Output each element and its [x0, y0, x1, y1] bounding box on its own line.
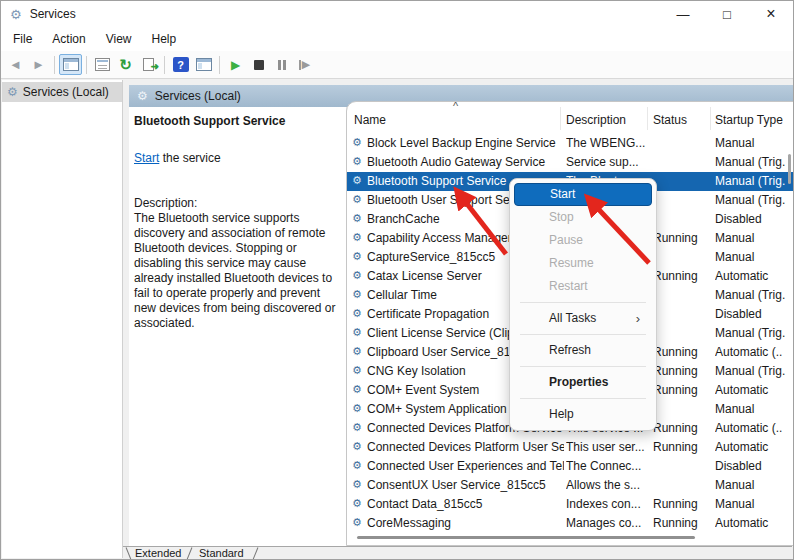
service-row[interactable]: ⚙Block Level Backup Engine ServiceThe WB… [347, 134, 793, 153]
service-row[interactable]: ⚙ConsentUX User Service_815cc5Allows the… [347, 476, 793, 495]
minimize-button[interactable]: — [661, 1, 705, 27]
help-button[interactable]: ? [169, 54, 192, 75]
cell-start: Manual (Trig. [715, 155, 793, 169]
cell-start: Manual [715, 250, 793, 264]
standard-view-button[interactable] [192, 54, 215, 75]
tab-extended[interactable]: Extended [135, 547, 181, 559]
cell-desc: Indexes con... [566, 497, 651, 511]
export-list-button[interactable]: ➜ [137, 54, 160, 75]
forward-icon: ► [32, 57, 45, 72]
column-header-name[interactable]: Name [354, 113, 386, 127]
service-gear-icon: ⚙ [352, 231, 362, 244]
service-row[interactable]: ⚙CoreMessagingManages co...RunningAutoma… [347, 514, 793, 533]
stop-service-button[interactable] [247, 54, 270, 75]
submenu-chevron-icon: › [636, 307, 640, 330]
menu-action[interactable]: Action [42, 29, 95, 49]
tab-edge [253, 547, 259, 559]
service-gear-icon: ⚙ [352, 326, 362, 339]
cell-name: CoreMessaging [367, 516, 564, 530]
tab-standard[interactable]: Standard [199, 547, 244, 559]
close-icon: × [766, 5, 775, 23]
pause-service-button[interactable] [270, 54, 293, 75]
menu-file[interactable]: File [3, 29, 42, 49]
menu-item-stop: Stop [514, 206, 652, 229]
cell-status: Running [653, 421, 711, 435]
description-label: Description: [134, 196, 342, 210]
column-divider [647, 107, 648, 130]
cell-desc: Manages co... [566, 516, 651, 530]
toolbar-separator [86, 56, 87, 74]
column-header-description[interactable]: Description [566, 113, 626, 127]
tree-item-services-local[interactable]: ⚙ Services (Local) [2, 82, 122, 102]
cell-start: Automatic (.. [715, 345, 793, 359]
cell-desc: Allows the s... [566, 478, 651, 492]
column-header-startup-type[interactable]: Startup Type [715, 113, 783, 127]
refresh-button[interactable]: ↻ [114, 54, 137, 75]
menu-item-help[interactable]: Help [514, 403, 652, 426]
cell-start: Automatic (.. [715, 421, 793, 435]
service-row[interactable]: ⚙Connected User Experiences and Tel...Th… [347, 457, 793, 476]
back-button[interactable]: ◄ [4, 54, 27, 75]
menu-item-all-tasks[interactable]: All Tasks› [514, 307, 652, 330]
cell-desc: The WBENG... [566, 136, 651, 150]
vertical-scrollbar[interactable] [788, 154, 791, 184]
service-gear-icon: ⚙ [352, 421, 362, 434]
cell-status: Running [653, 516, 711, 530]
service-gear-icon: ⚙ [352, 440, 362, 453]
column-header-status[interactable]: Status [653, 113, 687, 127]
cell-desc: This user ser... [566, 440, 651, 454]
toolbar: ◄ ► ↻ ➜ ? ▶ ▶ [1, 51, 793, 79]
toolbar-separator [219, 56, 220, 74]
service-description: The Bluetooth service supports discovery… [134, 211, 342, 331]
properties-button[interactable] [91, 54, 114, 75]
service-row[interactable]: ⚙Contact Data_815cc5Indexes con...Runnin… [347, 495, 793, 514]
context-menu: StartStopPauseResumeRestartAll Tasks›Ref… [509, 178, 657, 431]
service-gear-icon: ⚙ [352, 250, 362, 263]
service-action-text: the service [159, 151, 220, 165]
cell-start: Automatic [715, 440, 793, 454]
help-icon: ? [173, 57, 189, 72]
service-gear-icon: ⚙ [352, 193, 362, 206]
maximize-button[interactable]: □ [705, 1, 749, 27]
selected-service-title: Bluetooth Support Service [134, 114, 342, 128]
cell-name: Block Level Backup Engine Service [367, 136, 564, 150]
app-gear-icon: ⚙ [10, 7, 22, 22]
pause-service-icon [278, 60, 286, 70]
menu-item-properties[interactable]: Properties [514, 371, 652, 394]
service-gear-icon: ⚙ [352, 307, 362, 320]
back-icon: ◄ [9, 57, 22, 72]
cell-start: Automatic [715, 516, 793, 530]
cell-start: Automatic [715, 383, 793, 397]
cell-start: Disabled [715, 307, 793, 321]
menu-item-refresh[interactable]: Refresh [514, 339, 652, 362]
cell-status: Running [653, 345, 711, 359]
horizontal-scrollbar[interactable] [357, 536, 695, 539]
service-gear-icon: ⚙ [352, 478, 362, 491]
service-row[interactable]: ⚙Connected Devices Platform User Se...Th… [347, 438, 793, 457]
view-tabstrip: Extended Standard [123, 546, 792, 560]
cell-status: Running [653, 383, 711, 397]
tree-item-label: Services (Local) [23, 85, 109, 99]
start-service-button[interactable]: ▶ [224, 54, 247, 75]
service-gear-icon: ⚙ [352, 459, 362, 472]
services-gear-icon: ⚙ [137, 89, 148, 103]
toolbar-separator [164, 56, 165, 74]
service-row[interactable]: ⚙Bluetooth Audio Gateway ServiceService … [347, 153, 793, 172]
close-button[interactable]: × [749, 1, 793, 27]
menu-view[interactable]: View [96, 29, 142, 49]
service-action-line: Start the service [134, 151, 342, 165]
cell-start: Manual [715, 231, 793, 245]
minimize-icon: — [677, 7, 690, 22]
service-gear-icon: ⚙ [352, 174, 362, 187]
start-service-link[interactable]: Start [134, 151, 159, 165]
restart-service-button[interactable]: ▶ [293, 54, 316, 75]
forward-button[interactable]: ► [27, 54, 50, 75]
cell-start: Automatic [715, 269, 793, 283]
menu-item-restart: Restart [514, 275, 652, 298]
menu-item-start[interactable]: Start [514, 183, 652, 206]
menu-help[interactable]: Help [142, 29, 187, 49]
cell-start: Disabled [715, 212, 793, 226]
cell-start: Manual [715, 478, 793, 492]
show-console-tree-button[interactable] [59, 54, 82, 75]
menu-item-resume: Resume [514, 252, 652, 275]
